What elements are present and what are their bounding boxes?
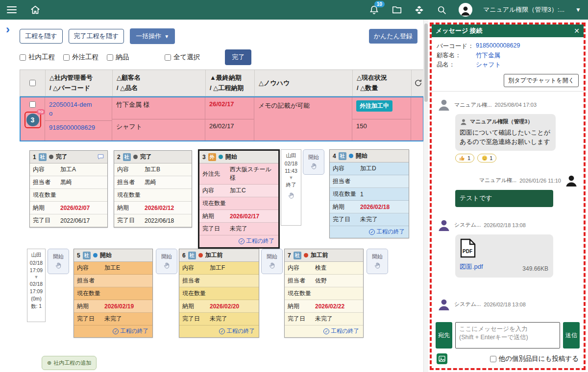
search-icon[interactable] <box>436 4 448 16</box>
knowhow-memo: メモの記載が可能 <box>258 101 348 110</box>
status-dot-icon <box>219 155 223 159</box>
end-process-link[interactable]: ✓工程の終了 <box>330 226 409 238</box>
folder-icon[interactable] <box>391 4 403 16</box>
end-process-link[interactable]: ✓工程の終了 <box>179 326 259 337</box>
col-customer[interactable]: △顧客名/ △品名 <box>113 70 206 96</box>
send-button[interactable]: 送信 <box>563 322 580 349</box>
card-field: 担当者 <box>179 275 259 287</box>
end-process-link[interactable]: ✓工程の終了 <box>199 235 278 247</box>
card-status-label: 開始 <box>100 251 112 259</box>
start-handle[interactable]: 開始 <box>156 249 177 274</box>
timeline-text: 17:09 <box>30 288 43 294</box>
card-type-badge: 社 <box>39 153 47 161</box>
process-card-7[interactable]: 7社加工前内容検査担当者佐野現在数量納期2026/02/22完了日未完了✓工程の… <box>284 249 364 338</box>
card-header: 3外開始 <box>199 151 278 163</box>
status-dot-icon <box>133 155 138 159</box>
close-icon[interactable]: ✕ <box>574 27 580 35</box>
topbar: 10 マニュアル権限（管理3）:... ▼ <box>0 0 588 20</box>
process-card-4[interactable]: 4社開始内容加工D担当者現在数量1納期2026/02/18完了日未完了✓工程の終… <box>329 149 409 238</box>
process-card-2[interactable]: 2社完了内容加工B担当者黒崎現在数量納期2026/02/12完了日2022/06… <box>114 150 192 228</box>
message-input[interactable] <box>455 322 560 349</box>
dropbox-icon[interactable] <box>414 4 425 16</box>
recipient-button[interactable]: 宛先 <box>436 322 452 349</box>
start-handle[interactable]: 開始 <box>48 249 69 274</box>
filter-internal[interactable]: 社内工程 <box>20 53 55 62</box>
chat-bubble-icon[interactable] <box>97 153 104 161</box>
process-due-date: 26/02/17 <box>209 122 234 130</box>
user-avatar[interactable] <box>459 3 472 17</box>
process-card-6[interactable]: 6社加工前内容加工F担当者現在数量納期2026/02/20完了日未完了✓工程の終… <box>179 249 259 338</box>
card-field: 内容加工E <box>74 262 152 275</box>
easy-register-button[interactable]: かんたん登録 <box>369 29 417 44</box>
col-due[interactable]: ▲最終納期/ △工程納期 <box>206 70 255 96</box>
end-process-link[interactable]: ✓工程の終了 <box>74 326 152 337</box>
open-chat-tab-button[interactable]: 別タブでチャットを開く <box>504 74 579 87</box>
image-upload-icon[interactable] <box>437 353 447 364</box>
chat-info-value[interactable]: 竹下金属 <box>476 51 500 60</box>
table-row[interactable]: 3 TO 22050014-demo 9185000008629 竹下金属 様 … <box>20 96 424 141</box>
avatar <box>564 173 579 188</box>
card-field: 完了日未完了 <box>74 313 152 326</box>
card-field: 担当者佐野 <box>285 275 363 287</box>
complete-button[interactable]: 完了 <box>225 49 251 65</box>
col-status[interactable]: △現在状況/ △数量 <box>353 70 412 96</box>
card-field: 完了日未完了 <box>330 213 409 226</box>
barcode-link[interactable]: 9185000008629 <box>49 124 95 131</box>
end-process-link[interactable]: ✓工程の終了 <box>285 326 363 337</box>
filter-internal-checkbox[interactable] <box>20 54 26 61</box>
avatar <box>437 218 451 232</box>
account-label[interactable]: マニュアル権限（管理3）:... <box>483 5 564 14</box>
card-field: 現在数量1 <box>330 188 409 201</box>
card-field: 担当者 <box>330 175 409 188</box>
col-manage-no[interactable]: △社内管理番号/ △バーコード <box>46 70 113 96</box>
notifications-icon[interactable]: 10 <box>368 4 380 16</box>
hide-completed-button[interactable]: 完了工程を隠す <box>69 29 124 44</box>
select-all[interactable]: 全て選択 <box>165 53 200 62</box>
start-handle[interactable]: 開始 <box>367 249 388 274</box>
card-field: 納期2026/02/07 <box>30 202 107 214</box>
hand-icon[interactable] <box>288 192 295 200</box>
start-handle[interactable]: 開始 <box>303 149 324 175</box>
card-field: 完了日未完了 <box>285 313 363 326</box>
manage-no-link[interactable]: 22050014-demo <box>49 100 94 117</box>
refresh-icon[interactable] <box>412 70 424 96</box>
filter-delivery[interactable]: 納品 <box>107 53 129 62</box>
process-count-badge[interactable]: 3 TO <box>24 112 41 128</box>
chat-messages: マニュアル権...2025/08/04 17:03マニュアル権限（管理3）図面に… <box>432 91 584 318</box>
header-checkbox[interactable] <box>29 80 36 86</box>
card-header: 2社完了 <box>114 151 192 163</box>
check-icon: ✓ <box>323 328 329 334</box>
filter-external[interactable]: 外注工程 <box>63 53 98 62</box>
select-all-checkbox[interactable] <box>165 54 171 61</box>
timeline-text: 山田 <box>286 152 296 159</box>
process-card-5[interactable]: 5社開始内容加工E担当者現在数量納期2026/02/19完了日未完了✓工程の終了 <box>74 249 153 338</box>
home-icon[interactable] <box>29 4 41 16</box>
expand-sidebar-icon[interactable]: › <box>6 23 10 35</box>
process-card-3[interactable]: 3外開始外注先西大阪スチール様内容加工C現在数量納期2026/02/17完了日未… <box>198 149 280 249</box>
filter-external-checkbox[interactable] <box>63 54 70 61</box>
customer-name: 竹下金属 様 <box>116 100 150 109</box>
chevron-down-icon[interactable]: ▼ <box>575 6 581 13</box>
timeline-panel: 山田02/1811:43▼終了 <box>281 149 301 226</box>
process-card-1[interactable]: 1社完了内容加工A担当者黒崎現在数量納期2026/02/07完了日2022/06… <box>29 150 108 228</box>
hide-process-button[interactable]: 工程を隠す <box>20 29 63 44</box>
process-table: △社内管理番号/ △バーコード △顧客名/ △品名 ▲最終納期/ △工程納期 △… <box>20 70 424 141</box>
thumbs-up-icon[interactable]: 1 <box>455 154 474 163</box>
scrollbar-thumb[interactable] <box>424 23 428 102</box>
vertical-scrollbar[interactable] <box>423 20 428 372</box>
post-other-items[interactable]: 他の個別品目にも投稿する <box>490 354 579 363</box>
row-checkbox[interactable] <box>29 101 36 108</box>
col-knowhow[interactable]: △ノウハウ <box>255 70 353 96</box>
add-internal-process-button[interactable]: ⊕社内工程の追加 <box>42 356 97 370</box>
smile-icon[interactable]: 1 <box>477 154 496 163</box>
menu-icon[interactable] <box>7 6 17 13</box>
chat-info-value[interactable]: シャフト <box>476 61 501 69</box>
card-status-label: 加工前 <box>205 251 223 259</box>
file-attachment[interactable]: PDF図面.pdf349.66KB <box>455 234 553 278</box>
start-handle[interactable]: 開始 <box>261 249 283 274</box>
filter-delivery-checkbox[interactable] <box>107 54 113 61</box>
avatar <box>460 118 467 126</box>
bulk-action-button[interactable]: 一括操作▼ <box>130 28 175 44</box>
post-other-items-checkbox[interactable] <box>490 356 496 362</box>
chat-info-value[interactable]: 9185000008629 <box>476 42 520 50</box>
